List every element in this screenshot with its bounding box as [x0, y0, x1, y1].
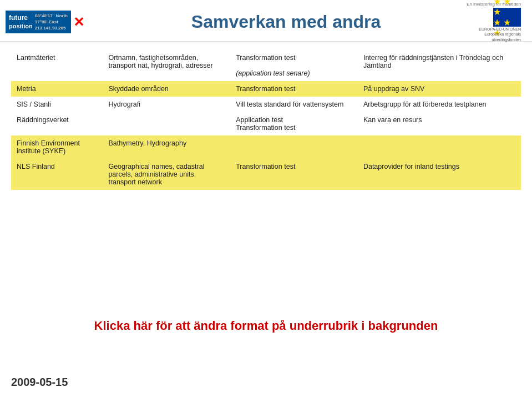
cell-org: Räddningsverket [11, 112, 103, 135]
logo-coords: 68°40'17'' North 17°06' East 213.141.90.… [35, 13, 68, 32]
footer-date: 2009-05-15 [11, 376, 68, 389]
eu-logo: En investering för framtiden ★ ★ ★★ ★ ★ … [467, 2, 521, 42]
cell-data [103, 112, 230, 135]
cell-notes: Arbetsgrupp för att förbereda testplanen [358, 97, 521, 112]
cell-test: Vill testa standard för vattensystem [230, 97, 358, 112]
cell-test [230, 135, 358, 159]
main-content: Lantmäteriet Ortnamn, fastighetsområden,… [0, 42, 532, 195]
cell-test: Transformation test [230, 81, 358, 97]
table-row: SIS / Stanli Hydrografi Vill testa stand… [11, 97, 521, 112]
page-title: Samverkan med andra [105, 12, 467, 32]
eu-bottom-text: EUROPA-EU-UNIONEN Europeiska regionala u… [479, 27, 521, 42]
cell-data: Skyddade områden [103, 81, 230, 97]
table-row: Räddningsverket Application testTransfor… [11, 112, 521, 135]
cell-notes: Interreg för räddningstjänsten i Tröndel… [358, 50, 521, 81]
table-row: Lantmäteriet Ortnamn, fastighetsområden,… [11, 50, 521, 81]
table-row: Metria Skyddade områden Transformation t… [11, 81, 521, 97]
logo-area: future position 68°40'17'' North 17°06' … [6, 11, 105, 34]
cell-notes: På uppdrag av SNV [358, 81, 521, 97]
header: future position 68°40'17'' North 17°06' … [0, 0, 532, 42]
cell-test: Transformation test [230, 159, 358, 190]
cell-org: SIS / Stanli [11, 97, 103, 112]
table-row: Finnish Environment institute (SYKE) Bat… [11, 135, 521, 159]
data-table: Lantmäteriet Ortnamn, fastighetsområden,… [11, 50, 521, 190]
logo-x-icon: ✕ [73, 14, 84, 30]
cell-org: NLS Finland [11, 159, 103, 190]
cell-data: Geographical names, cadastral parcels, a… [103, 159, 230, 190]
cell-org: Metria [11, 81, 103, 97]
cell-org: Finnish Environment institute (SYKE) [11, 135, 103, 159]
cell-test: Transformation test(application test sen… [230, 50, 358, 81]
cell-org: Lantmäteriet [11, 50, 103, 81]
cell-data: Bathymetry, Hydrography [103, 135, 230, 159]
overlay-click-text[interactable]: Klicka här för att ändra format på under… [0, 319, 532, 333]
cell-data: Hydrografi [103, 97, 230, 112]
logo-future: future [9, 14, 33, 23]
eu-flag-icon: ★ ★ ★★ ★ ★ [493, 8, 521, 27]
cell-notes: Dataprovider for inland testings [358, 159, 521, 190]
logo-box: future position 68°40'17'' North 17°06' … [6, 11, 71, 34]
cell-test: Application testTransformation test [230, 112, 358, 135]
cell-notes [358, 135, 521, 159]
cell-data: Ortnamn, fastighetsområden, transport nä… [103, 50, 230, 81]
cell-notes: Kan vara en resurs [358, 112, 521, 135]
table-row: NLS Finland Geographical names, cadastra… [11, 159, 521, 190]
logo-position: position [9, 22, 33, 30]
